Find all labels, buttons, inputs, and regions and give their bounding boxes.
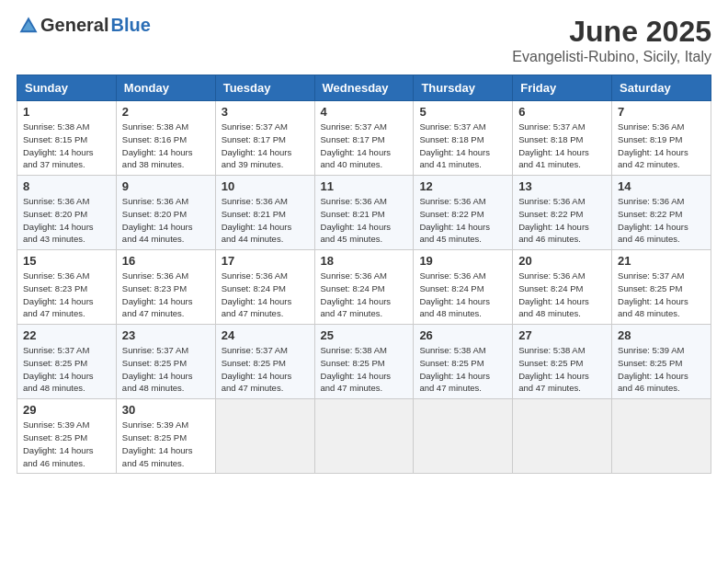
day-number: 17	[222, 254, 309, 268]
day-info: Sunrise: 5:38 AMSunset: 8:25 PMDaylight:…	[518, 344, 606, 395]
header-row: Sunday Monday Tuesday Wednesday Thursday…	[17, 75, 711, 101]
day-number: 11	[321, 179, 408, 193]
calendar-cell	[612, 399, 711, 474]
calendar-cell: 28Sunrise: 5:39 AMSunset: 8:25 PMDayligh…	[612, 325, 711, 399]
week-row-0: 1Sunrise: 5:38 AMSunset: 8:15 PMDaylight…	[17, 101, 711, 176]
col-monday: Monday	[116, 75, 215, 101]
week-row-3: 22Sunrise: 5:37 AMSunset: 8:25 PMDayligh…	[17, 325, 711, 399]
day-number: 8	[23, 179, 110, 193]
day-number: 4	[321, 105, 408, 119]
day-number: 5	[419, 105, 506, 119]
day-number: 29	[23, 403, 110, 417]
logo-icon	[18, 16, 39, 36]
day-number: 13	[518, 179, 606, 193]
week-row-1: 8Sunrise: 5:36 AMSunset: 8:20 PMDaylight…	[17, 176, 711, 250]
day-info: Sunrise: 5:39 AMSunset: 8:25 PMDaylight:…	[618, 344, 705, 395]
day-number: 25	[321, 328, 408, 342]
calendar-cell: 11Sunrise: 5:36 AMSunset: 8:21 PMDayligh…	[314, 176, 414, 250]
calendar-cell: 23Sunrise: 5:37 AMSunset: 8:25 PMDayligh…	[116, 325, 215, 399]
day-number: 9	[122, 179, 210, 193]
calendar-cell: 26Sunrise: 5:38 AMSunset: 8:25 PMDayligh…	[414, 325, 513, 399]
day-info: Sunrise: 5:37 AMSunset: 8:25 PMDaylight:…	[122, 344, 210, 395]
day-info: Sunrise: 5:38 AMSunset: 8:16 PMDaylight:…	[122, 121, 210, 171]
calendar-cell: 25Sunrise: 5:38 AMSunset: 8:25 PMDayligh…	[314, 325, 414, 399]
day-info: Sunrise: 5:36 AMSunset: 8:24 PMDaylight:…	[518, 270, 606, 320]
day-number: 12	[419, 179, 506, 193]
day-number: 22	[23, 328, 110, 342]
calendar-cell: 7Sunrise: 5:36 AMSunset: 8:19 PMDaylight…	[612, 101, 711, 176]
day-info: Sunrise: 5:39 AMSunset: 8:25 PMDaylight:…	[23, 419, 110, 469]
day-number: 21	[618, 254, 705, 268]
calendar-cell: 16Sunrise: 5:36 AMSunset: 8:23 PMDayligh…	[116, 250, 215, 325]
day-info: Sunrise: 5:36 AMSunset: 8:24 PMDaylight:…	[419, 270, 506, 320]
logo: GeneralBlue	[17, 15, 151, 36]
main-title: June 2025	[512, 15, 711, 49]
calendar-cell: 17Sunrise: 5:36 AMSunset: 8:24 PMDayligh…	[215, 250, 314, 325]
calendar-cell: 29Sunrise: 5:39 AMSunset: 8:25 PMDayligh…	[17, 399, 117, 474]
day-number: 27	[518, 328, 606, 342]
day-number: 3	[222, 105, 309, 119]
calendar-cell: 3Sunrise: 5:37 AMSunset: 8:17 PMDaylight…	[215, 101, 314, 176]
day-number: 1	[23, 105, 110, 119]
calendar-cell: 2Sunrise: 5:38 AMSunset: 8:16 PMDaylight…	[116, 101, 215, 176]
calendar-cell: 27Sunrise: 5:38 AMSunset: 8:25 PMDayligh…	[513, 325, 612, 399]
calendar-cell: 24Sunrise: 5:37 AMSunset: 8:25 PMDayligh…	[215, 325, 314, 399]
calendar-cell: 8Sunrise: 5:36 AMSunset: 8:20 PMDaylight…	[17, 176, 117, 250]
calendar-cell: 6Sunrise: 5:37 AMSunset: 8:18 PMDaylight…	[513, 101, 612, 176]
day-info: Sunrise: 5:37 AMSunset: 8:25 PMDaylight:…	[222, 344, 309, 395]
day-info: Sunrise: 5:38 AMSunset: 8:25 PMDaylight:…	[321, 344, 408, 395]
calendar-cell: 13Sunrise: 5:36 AMSunset: 8:22 PMDayligh…	[513, 176, 612, 250]
calendar-cell: 18Sunrise: 5:36 AMSunset: 8:24 PMDayligh…	[314, 250, 414, 325]
day-info: Sunrise: 5:37 AMSunset: 8:18 PMDaylight:…	[419, 121, 506, 171]
day-info: Sunrise: 5:36 AMSunset: 8:19 PMDaylight:…	[618, 121, 705, 171]
week-row-4: 29Sunrise: 5:39 AMSunset: 8:25 PMDayligh…	[17, 399, 711, 474]
day-info: Sunrise: 5:36 AMSunset: 8:20 PMDaylight:…	[23, 195, 110, 246]
day-info: Sunrise: 5:37 AMSunset: 8:25 PMDaylight:…	[23, 344, 110, 395]
day-info: Sunrise: 5:36 AMSunset: 8:21 PMDaylight:…	[222, 195, 309, 246]
day-number: 16	[122, 254, 210, 268]
calendar-cell: 4Sunrise: 5:37 AMSunset: 8:17 PMDaylight…	[314, 101, 414, 176]
logo-area: GeneralBlue	[17, 15, 151, 36]
col-tuesday: Tuesday	[215, 75, 314, 101]
day-number: 14	[618, 179, 705, 193]
day-number: 26	[419, 328, 506, 342]
logo-blue-text: Blue	[110, 15, 150, 36]
calendar-cell: 10Sunrise: 5:36 AMSunset: 8:21 PMDayligh…	[215, 176, 314, 250]
day-info: Sunrise: 5:36 AMSunset: 8:20 PMDaylight:…	[122, 195, 210, 246]
calendar-cell	[414, 399, 513, 474]
day-number: 23	[122, 328, 210, 342]
calendar-cell: 22Sunrise: 5:37 AMSunset: 8:25 PMDayligh…	[17, 325, 117, 399]
day-number: 18	[321, 254, 408, 268]
day-number: 10	[222, 179, 309, 193]
calendar-cell	[513, 399, 612, 474]
day-number: 30	[122, 403, 210, 417]
day-number: 20	[518, 254, 606, 268]
calendar-cell: 30Sunrise: 5:39 AMSunset: 8:25 PMDayligh…	[116, 399, 215, 474]
page: GeneralBlue June 2025 Evangelisti-Rubino…	[0, 0, 728, 563]
day-info: Sunrise: 5:36 AMSunset: 8:22 PMDaylight:…	[518, 195, 606, 246]
day-info: Sunrise: 5:36 AMSunset: 8:22 PMDaylight:…	[618, 195, 705, 246]
day-number: 19	[419, 254, 506, 268]
calendar: Sunday Monday Tuesday Wednesday Thursday…	[17, 75, 711, 474]
day-info: Sunrise: 5:36 AMSunset: 8:21 PMDaylight:…	[321, 195, 408, 246]
calendar-cell	[215, 399, 314, 474]
calendar-cell: 9Sunrise: 5:36 AMSunset: 8:20 PMDaylight…	[116, 176, 215, 250]
logo-text: General	[40, 15, 108, 36]
day-number: 7	[618, 105, 705, 119]
day-number: 15	[23, 254, 110, 268]
day-info: Sunrise: 5:36 AMSunset: 8:24 PMDaylight:…	[321, 270, 408, 320]
day-number: 28	[618, 328, 705, 342]
calendar-cell	[314, 399, 414, 474]
day-info: Sunrise: 5:36 AMSunset: 8:24 PMDaylight:…	[222, 270, 309, 320]
header: GeneralBlue June 2025 Evangelisti-Rubino…	[17, 15, 711, 65]
day-info: Sunrise: 5:38 AMSunset: 8:25 PMDaylight:…	[419, 344, 506, 395]
col-wednesday: Wednesday	[314, 75, 414, 101]
day-number: 24	[222, 328, 309, 342]
col-friday: Friday	[513, 75, 612, 101]
day-info: Sunrise: 5:36 AMSunset: 8:23 PMDaylight:…	[23, 270, 110, 320]
calendar-cell: 15Sunrise: 5:36 AMSunset: 8:23 PMDayligh…	[17, 250, 117, 325]
day-info: Sunrise: 5:37 AMSunset: 8:17 PMDaylight:…	[321, 121, 408, 171]
calendar-cell: 5Sunrise: 5:37 AMSunset: 8:18 PMDaylight…	[414, 101, 513, 176]
day-info: Sunrise: 5:37 AMSunset: 8:25 PMDaylight:…	[618, 270, 705, 320]
calendar-cell: 1Sunrise: 5:38 AMSunset: 8:15 PMDaylight…	[17, 101, 117, 176]
